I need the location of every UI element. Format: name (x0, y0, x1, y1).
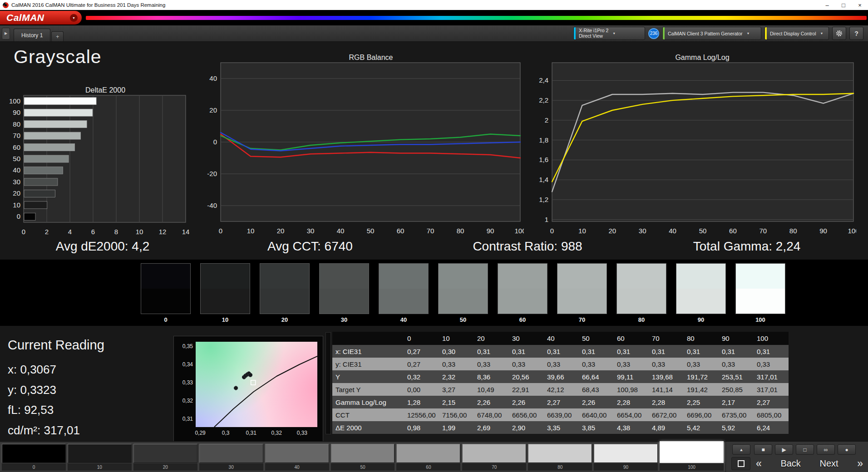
table-cell: 141,14 (649, 383, 684, 396)
svg-text:10: 10 (247, 227, 255, 235)
panel-expander-button[interactable]: ▶ (2, 28, 10, 39)
table-cell: 2,69 (474, 421, 509, 434)
meter-dropdown[interactable]: X-Rite i1Pro 2 Direct View ▼ (573, 27, 645, 40)
table-cell: 0,33 (509, 358, 544, 370)
swatch-actual (439, 264, 488, 289)
tab-history-1[interactable]: History 1 (14, 29, 50, 41)
meter-count-badge[interactable]: 236 (648, 28, 659, 39)
patch-label: 60 (396, 463, 460, 471)
svg-text:80: 80 (789, 227, 797, 235)
table-row-label: Gamma Log/Log (332, 396, 404, 408)
table-cell: 2,32 (439, 370, 474, 383)
pattern-level-button-20[interactable]: 20 (133, 444, 197, 472)
table-splitter[interactable] (326, 332, 331, 434)
pattern-window-button[interactable] (731, 457, 750, 470)
calman-menu-button[interactable]: CalMAN ▼ (0, 11, 82, 25)
pattern-level-button-30[interactable]: 30 (199, 444, 263, 472)
table-header-cell: 50 (579, 332, 614, 345)
table-cell: 0,33 (614, 358, 649, 370)
pattern-generator-dropdown[interactable]: CalMAN Client 3 Pattern Generator ▼ (662, 27, 761, 40)
svg-text:90: 90 (13, 108, 20, 116)
swatch-target (320, 289, 369, 314)
pattern-level-button-10[interactable]: 10 (68, 444, 132, 472)
grayscale-swatch: 20 (260, 263, 310, 323)
svg-text:20: 20 (13, 189, 20, 197)
svg-text:1,4: 1,4 (539, 176, 548, 183)
svg-text:50: 50 (367, 227, 375, 235)
table-header-cell: 90 (719, 332, 754, 345)
chevron-down-icon: ▼ (612, 32, 616, 35)
rewind-icon[interactable]: « (756, 458, 762, 469)
calman-logo: CalMAN (6, 12, 70, 23)
table-row-label: Target Y (332, 383, 404, 396)
table-cell: 0,30 (439, 345, 474, 358)
expand-up-button[interactable]: ▲ (732, 444, 750, 455)
grayscale-swatch: 90 (676, 263, 726, 323)
reading-fl: fL: 92,53 (8, 403, 54, 417)
patch-label: 50 (331, 463, 395, 471)
table-cell: 5,92 (719, 421, 754, 434)
window-controls: – □ × (819, 0, 868, 10)
maximize-button[interactable]: □ (835, 0, 852, 10)
swatch-actual (676, 264, 725, 289)
swatch-level-label: 50 (460, 316, 466, 323)
svg-text:30: 30 (307, 227, 315, 235)
pattern-level-button-90[interactable]: 90 (594, 444, 658, 472)
stop-button[interactable]: ■ (754, 444, 772, 455)
help-button[interactable]: ? (849, 27, 863, 40)
swatch-level-label: 90 (698, 316, 704, 323)
cie-x-tick-label: 0,33 (297, 430, 307, 436)
pattern-level-button-60[interactable]: 60 (396, 444, 460, 472)
table-cell: 0,27 (404, 358, 439, 370)
record-button[interactable]: ● (838, 444, 856, 455)
table-cell: 0,33 (579, 358, 614, 370)
table-cell: 100,98 (614, 383, 649, 396)
cie-x-tick-label: 0,32 (271, 430, 282, 436)
continuous-read-button[interactable]: ∞ (817, 444, 835, 455)
svg-text:100: 100 (848, 227, 856, 235)
screen-button[interactable]: □ (796, 444, 814, 455)
swatch-target (379, 289, 428, 314)
fast-forward-icon[interactable]: » (857, 458, 863, 469)
display-control-dropdown[interactable]: Direct Display Control ▼ (764, 27, 829, 40)
grayscale-swatch: 40 (379, 263, 429, 323)
table-row-label: CCT (332, 408, 404, 421)
table-row-label: y: CIE31 (332, 358, 404, 370)
pattern-level-button-100[interactable]: 100 (660, 444, 724, 472)
svg-text:60: 60 (397, 227, 404, 235)
pattern-level-button-50[interactable]: 50 (331, 444, 395, 472)
table-cell: 3,27 (439, 383, 474, 396)
navigation-row: « Back Next » (754, 457, 865, 470)
pattern-level-button-0[interactable]: 0 (2, 444, 66, 472)
swatch-target (736, 289, 785, 314)
pattern-level-button-70[interactable]: 70 (462, 444, 526, 472)
table-cell: 2,26 (509, 396, 544, 408)
table-cell: 5,42 (684, 421, 719, 434)
add-tab-button[interactable]: + (51, 31, 64, 41)
table-cell: 68,43 (579, 383, 614, 396)
next-button[interactable]: Next (819, 458, 838, 469)
swatch-target (498, 289, 547, 314)
close-button[interactable]: × (852, 0, 868, 10)
table-header-cell: 0 (404, 332, 439, 345)
back-button[interactable]: Back (780, 458, 800, 469)
svg-text:0: 0 (22, 228, 25, 236)
minimize-button[interactable]: – (819, 0, 835, 10)
svg-text:70: 70 (13, 132, 20, 139)
grayscale-data-table: 0102030405060708090100x: CIE310,270,300,… (332, 332, 789, 434)
grayscale-swatch: 0 (141, 263, 191, 323)
pattern-level-button-80[interactable]: 80 (528, 444, 592, 472)
play-button[interactable]: ▶ (775, 444, 793, 455)
svg-text:50: 50 (13, 155, 20, 162)
table-cell: 0,33 (474, 358, 509, 370)
pattern-level-button-40[interactable]: 40 (265, 444, 329, 472)
settings-button[interactable] (832, 27, 846, 40)
table-cell: 191,42 (684, 383, 719, 396)
svg-text:60: 60 (729, 227, 737, 235)
patch-label: 40 (265, 463, 329, 471)
patch-label: 10 (68, 463, 132, 471)
cie-chart-panel: 0,350,340,330,320,310,290,30,310,320,33 (173, 336, 323, 443)
chevron-down-icon: ▼ (70, 14, 78, 22)
patch-color (396, 444, 460, 463)
gamma-chart: 2,42,221,81,61,41,2101020304050607080901… (535, 59, 856, 237)
